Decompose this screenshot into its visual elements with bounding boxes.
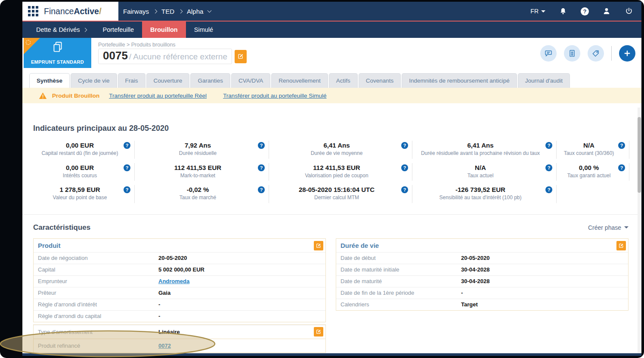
caret-down-icon xyxy=(624,226,629,228)
product-title: 0075 / Aucune référence externe xyxy=(98,49,232,64)
indicator-cell: 7,92 AnsDurée résiduelle? xyxy=(135,141,269,159)
table-row: Date de fin de la 1ère période- xyxy=(336,287,628,299)
caret-down-icon xyxy=(541,10,545,12)
amortization-panel: Type d'amortissementLinéaire Produit ref… xyxy=(33,324,326,353)
indicator-cell: -0,02 %Taux de marché? xyxy=(135,185,269,203)
help-icon[interactable]: ? xyxy=(124,164,130,171)
help-icon[interactable]: ? xyxy=(124,142,130,149)
tab-frais[interactable]: Frais xyxy=(118,73,146,88)
edit-amortization-button[interactable] xyxy=(314,327,323,336)
apps-grid-icon[interactable] xyxy=(28,6,38,16)
help-icon[interactable]: ? xyxy=(545,142,552,149)
product-type-badge: EMPRUNT STANDARD xyxy=(24,38,91,68)
help-icon[interactable]: ? xyxy=(258,142,265,149)
badge-label: EMPRUNT STANDARD xyxy=(24,59,91,65)
help-icon[interactable]: ? xyxy=(545,164,552,171)
help-icon[interactable]: ? xyxy=(401,186,408,193)
chevron-right-icon xyxy=(179,9,183,13)
help-icon[interactable]: ? xyxy=(618,142,625,149)
lifetime-panel: Durée de vie Date de début20-05-2020 Dat… xyxy=(336,238,629,311)
nav-item-brouillon[interactable]: Brouillon xyxy=(142,22,186,38)
breadcrumb-item-ted[interactable]: TED xyxy=(161,8,174,15)
app-window: FinanceActive/ Fairways TED Alpha FR ? xyxy=(22,2,641,356)
header-actions xyxy=(540,45,635,62)
help-icon[interactable]: ? xyxy=(258,164,265,171)
table-row: Type d'amortissementLinéaire xyxy=(34,325,325,339)
tab-garanties[interactable]: Garanties xyxy=(190,73,230,88)
indicator-cell: 112 411,53 EURValorisation pied de coupo… xyxy=(269,163,412,181)
product-id: 0075 xyxy=(103,49,128,62)
indicator-cell: 0,00 EURCapital restant dû (fin de journ… xyxy=(33,141,135,159)
create-phase-button[interactable]: Créer phase xyxy=(588,224,629,231)
table-row: CalendriersTarget xyxy=(336,299,628,310)
nav-item-portefeuille[interactable]: Portefeuille xyxy=(95,22,142,38)
table-row-refinanced: Produit refinancé0072 xyxy=(34,339,325,352)
edit-product-button[interactable] xyxy=(314,241,323,250)
indicator-cell: 0,00 EURIntérêts courus? xyxy=(33,163,135,181)
breadcrumb-item-alpha[interactable]: Alpha xyxy=(187,8,203,15)
indicators-title: Indicateurs principaux au 28-05-2020 xyxy=(33,124,641,133)
lifetime-panel-title: Durée de vie xyxy=(341,242,379,249)
help-icon[interactable]: ? xyxy=(545,186,552,193)
transfer-real-link[interactable]: Transférer produit au portefeuille Réel xyxy=(109,93,207,99)
power-icon[interactable] xyxy=(624,6,634,16)
table-row: Règle d'arrondi du capital- xyxy=(34,310,325,322)
edit-lifetime-button[interactable] xyxy=(616,241,626,250)
tab-actifs[interactable]: Actifs xyxy=(329,73,358,88)
product-reference: / Aucune référence externe xyxy=(129,52,227,62)
tab-indemnites[interactable]: Indemnités de remboursement anticipé xyxy=(402,73,517,88)
borrower-link[interactable]: Andromeda xyxy=(158,278,189,284)
tab-renouvellement[interactable]: Renouvellement xyxy=(271,73,328,88)
breadcrumb-item-fairways[interactable]: Fairways xyxy=(123,8,149,15)
edit-reference-button[interactable] xyxy=(235,50,247,63)
logo-text: FinanceActive/ xyxy=(44,6,102,16)
tab-couverture[interactable]: Couverture xyxy=(146,73,190,88)
main-content: Indicateurs principaux au 28-05-2020 0,0… xyxy=(22,124,641,356)
help-icon[interactable]: ? xyxy=(258,186,265,193)
indicator-cell: 112 411,53 EURMark-to-market? xyxy=(135,163,269,181)
indicator-cell: 28-05-2020 15:16:04 UTCDernier calcul MT… xyxy=(269,185,412,203)
help-icon[interactable]: ? xyxy=(581,7,589,15)
scrollbar-thumb[interactable] xyxy=(638,117,641,193)
nav-item-dette-derives[interactable]: Dette & Dérivés xyxy=(28,22,95,38)
logo[interactable]: FinanceActive/ xyxy=(22,2,118,21)
warning-triangle-icon xyxy=(39,92,47,99)
table-row: Règle d'arrondi d'intérêt- xyxy=(34,299,325,310)
footer-bar xyxy=(22,353,641,356)
refinanced-product-link[interactable]: 0072 xyxy=(158,343,171,349)
indicator-cell: 6,41 AnsDurée résiduelle avant la procha… xyxy=(412,141,557,159)
help-icon[interactable]: ? xyxy=(618,164,625,171)
table-row: Capital5 002 000,00 EUR xyxy=(34,264,325,275)
divider xyxy=(611,46,612,61)
notifications-bell-icon[interactable] xyxy=(558,6,568,16)
screenshot-frame: FinanceActive/ Fairways TED Alpha FR ? xyxy=(0,0,644,358)
tab-covenants[interactable]: Covenants xyxy=(359,73,401,88)
add-button[interactable] xyxy=(619,45,635,62)
tag-button[interactable] xyxy=(588,45,604,62)
help-icon[interactable]: ? xyxy=(401,142,408,149)
tab-journal-audit[interactable]: Journal d'audit xyxy=(518,73,570,88)
section-divider xyxy=(22,214,641,215)
language-selector[interactable]: FR xyxy=(530,8,545,15)
tab-bar: Synthèse Cycle de vie Frais Couverture G… xyxy=(22,69,641,88)
user-icon[interactable] xyxy=(602,6,611,16)
indicators-grid: 0,00 EURCapital restant dû (fin de journ… xyxy=(33,141,641,203)
topbar-actions: FR ? xyxy=(530,2,641,21)
transfer-simulated-link[interactable]: Transférer produit au portefeuille Simul… xyxy=(223,93,326,99)
draft-warning-banner: Produit Brouillon Transférer produit au … xyxy=(22,88,641,103)
help-icon[interactable]: ? xyxy=(124,186,130,193)
comments-button[interactable] xyxy=(540,45,557,62)
vertical-scrollbar[interactable] xyxy=(638,108,641,353)
indicator-cell: N/ATaux actuel? xyxy=(412,163,557,181)
characteristics-title: Caractéristiques xyxy=(33,223,90,232)
document-button[interactable] xyxy=(564,45,580,62)
help-icon[interactable]: ? xyxy=(401,164,408,171)
chevron-down-icon[interactable] xyxy=(207,8,212,12)
tab-cva-dva[interactable]: CVA/DVA xyxy=(231,73,270,88)
warning-label: Produit Brouillon xyxy=(52,93,99,99)
nav-item-simule[interactable]: Simulé xyxy=(186,22,221,38)
tab-synthese[interactable]: Synthèse xyxy=(29,73,70,88)
chevron-right-icon xyxy=(153,9,158,13)
tab-cycle-de-vie[interactable]: Cycle de vie xyxy=(71,73,117,88)
indicator-cell: 0,00 %Taux garanti actuel? xyxy=(557,163,629,181)
